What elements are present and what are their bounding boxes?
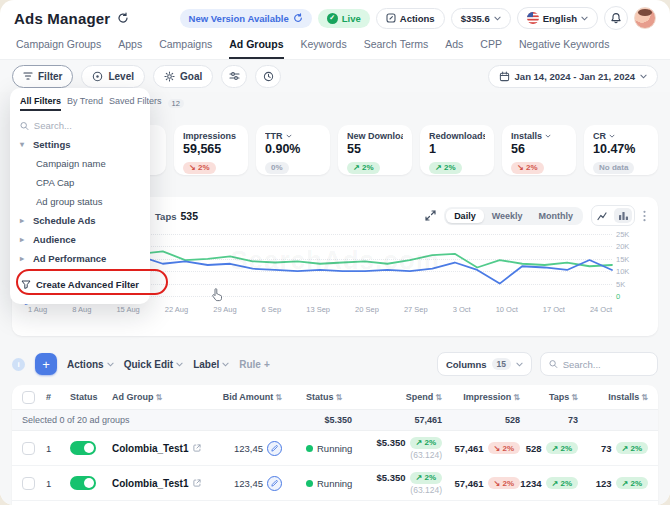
- period-daily[interactable]: Daily: [446, 209, 484, 223]
- external-link-icon[interactable]: [193, 479, 201, 487]
- trend-badge: ↗ 2%: [410, 472, 443, 484]
- external-link-icon[interactable]: [193, 444, 201, 452]
- live-status-badge[interactable]: ✓ Live: [318, 9, 370, 28]
- page-title: Ads Manager: [14, 10, 110, 27]
- refresh-icon[interactable]: [117, 12, 129, 24]
- nav-tab-negative-keywords[interactable]: Negative Keywords: [519, 38, 609, 59]
- col-header-impression[interactable]: Impression⇅: [452, 392, 530, 402]
- col-header-installs[interactable]: Installs⇅: [588, 392, 658, 402]
- taps-cell: 528↗ 2%: [530, 442, 588, 454]
- nav-tab-keywords[interactable]: Keywords: [301, 38, 347, 59]
- add-button[interactable]: +: [35, 353, 57, 375]
- metric-value: 59,565: [183, 142, 239, 156]
- col-header-ad-group[interactable]: Ad Group⇅: [112, 392, 222, 402]
- metric-value: 56: [511, 142, 567, 156]
- ad-group-name[interactable]: Colombia_Test1: [112, 443, 189, 454]
- col-header-status[interactable]: Status⇅: [292, 392, 362, 402]
- col-header-num[interactable]: #: [46, 392, 70, 402]
- actions-button[interactable]: Actions: [376, 8, 445, 29]
- filter-item-cpa-cap[interactable]: CPA Cap: [20, 173, 140, 192]
- status-toggle[interactable]: [70, 476, 96, 490]
- quick-edit-label: Quick Edit: [124, 359, 173, 370]
- filter-item-ad-group-status[interactable]: Ad group status: [20, 192, 140, 211]
- user-avatar[interactable]: [634, 7, 656, 29]
- language-dropdown[interactable]: English: [517, 7, 598, 29]
- sort-icon[interactable]: ⇅: [336, 393, 343, 402]
- ad-group-name[interactable]: Colombia_Test1: [112, 478, 189, 489]
- new-version-button[interactable]: New Version Available: [180, 9, 312, 28]
- history-button[interactable]: [255, 65, 281, 88]
- filter-item-campaign-name[interactable]: Campaign name: [20, 154, 140, 173]
- row-checkbox[interactable]: [22, 477, 35, 490]
- create-advanced-filter-button[interactable]: Create Advanced Filter: [20, 273, 140, 295]
- info-icon[interactable]: i: [12, 358, 25, 371]
- chevron-down-icon[interactable]: [609, 134, 615, 138]
- chevron-down-icon[interactable]: [545, 134, 551, 138]
- col-header-bid-amount[interactable]: Bid Amount⇅: [222, 392, 292, 402]
- filter-search-input[interactable]: [34, 120, 140, 131]
- col-header-taps[interactable]: Taps⇅: [530, 392, 588, 402]
- columns-selector[interactable]: Columns 15: [437, 352, 532, 376]
- row-checkbox[interactable]: [22, 442, 35, 455]
- chart-legend-item[interactable]: Taps 535: [155, 210, 198, 222]
- nav-tab-campaign-groups[interactable]: Campaign Groups: [16, 38, 101, 59]
- line-chart-icon[interactable]: [594, 208, 612, 223]
- filter-group-ad-performance[interactable]: ▸Ad Performance: [20, 249, 140, 268]
- nav-tab-apps[interactable]: Apps: [118, 38, 142, 59]
- nav-tab-cpp[interactable]: CPP: [480, 38, 502, 59]
- quick-edit-dropdown[interactable]: Quick Edit: [124, 359, 183, 370]
- chevron-right-icon: ▸: [20, 235, 28, 244]
- filter-tab-by-trend[interactable]: By Trend: [67, 96, 103, 111]
- metric-card-ttr: TTR 0.90% 0%: [256, 125, 330, 175]
- select-all-checkbox[interactable]: [22, 391, 35, 404]
- goal-button[interactable]: Goal: [153, 65, 213, 88]
- status-toggle[interactable]: [70, 441, 96, 455]
- trend-badge: ↘ 2%: [183, 162, 216, 174]
- x-axis-tick: 24 Oct: [590, 305, 612, 314]
- sort-icon[interactable]: ⇅: [156, 393, 163, 402]
- chevron-down-icon[interactable]: [286, 134, 292, 138]
- sort-icon[interactable]: ⇅: [513, 393, 520, 402]
- nav-tab-campaigns[interactable]: Campaigns: [159, 38, 212, 59]
- edit-bid-button[interactable]: [267, 476, 282, 491]
- sort-icon[interactable]: ⇅: [275, 393, 282, 402]
- sort-icon[interactable]: ⇅: [641, 393, 648, 402]
- bid-amount-cell: 123,45: [222, 476, 292, 491]
- label-dropdown[interactable]: Label: [193, 359, 229, 370]
- balance-dropdown[interactable]: $335.6: [451, 8, 511, 29]
- filter-button[interactable]: Filter: [12, 65, 73, 88]
- actions-dropdown[interactable]: Actions: [67, 359, 114, 370]
- nav-tab-search-terms[interactable]: Search Terms: [364, 38, 429, 59]
- filter-group-schedule-ads[interactable]: ▸Schedule Ads: [20, 211, 140, 230]
- expand-icon[interactable]: [425, 210, 436, 221]
- metric-card-installs: Installs 56 ↘ 2%: [502, 125, 576, 175]
- gear-icon: [164, 71, 175, 82]
- rule-add-button[interactable]: Rule +: [239, 359, 270, 370]
- nav-tab-ad-groups[interactable]: Ad Groups: [229, 38, 283, 59]
- trend-badge: ↗ 2%: [616, 477, 649, 489]
- sort-icon[interactable]: ⇅: [435, 393, 442, 402]
- trend-badge: ↗ 2%: [546, 477, 579, 489]
- col-header-status-toggle[interactable]: Status: [70, 392, 112, 402]
- period-monthly[interactable]: Monthly: [531, 209, 582, 223]
- y-axis-tick: 25K: [616, 230, 648, 239]
- date-range-picker[interactable]: Jan 14, 2024 - Jan 21, 2024: [488, 65, 658, 88]
- nav-tab-ads[interactable]: Ads: [445, 38, 463, 59]
- kebab-menu-icon[interactable]: [643, 210, 646, 222]
- filter-tab-saved[interactable]: Saved Filters: [109, 96, 162, 111]
- period-weekly[interactable]: Weekly: [484, 209, 531, 223]
- bar-chart-icon[interactable]: [614, 208, 632, 223]
- level-button[interactable]: Level: [81, 65, 145, 88]
- search-input[interactable]: [563, 359, 649, 370]
- trend-badge: ↘ 2%: [511, 162, 544, 174]
- filter-group-audience[interactable]: ▸Audience: [20, 230, 140, 249]
- metric-value: 0.90%: [265, 142, 321, 156]
- filter-group-settings[interactable]: ▾Settings: [20, 135, 140, 154]
- live-label: Live: [342, 13, 361, 24]
- sort-icon[interactable]: ⇅: [571, 393, 578, 402]
- col-header-spend[interactable]: Spend⇅: [362, 392, 452, 402]
- edit-bid-button[interactable]: [267, 441, 282, 456]
- sliders-button[interactable]: [221, 65, 247, 88]
- notifications-button[interactable]: [604, 6, 628, 30]
- filter-tab-all[interactable]: All Filters: [20, 96, 61, 111]
